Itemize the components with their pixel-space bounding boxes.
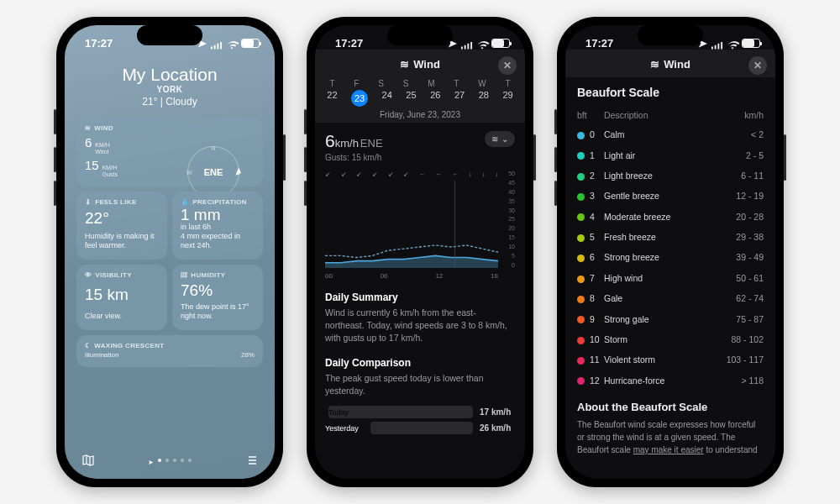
table-row: 7High wind50 - 61: [577, 268, 764, 288]
bft-desc: Storm: [604, 329, 715, 349]
conditions-line: 21° | Cloudy: [76, 96, 263, 108]
date-cell[interactable]: 24: [382, 90, 392, 107]
current-wind-header: 6km/hENE Gusts: 15 km/h ≋ ⌄: [325, 131, 515, 162]
dynamic-island: [137, 25, 202, 45]
wind-icon: ≋: [400, 58, 409, 71]
bft-desc: Gale: [604, 288, 715, 308]
comparison-label: Today: [325, 408, 364, 417]
navbar-title: Wind: [664, 58, 690, 71]
wifi-icon: [727, 39, 738, 48]
phone-wind-detail: 17:27 ➤ ≋ Wind ✕ TFSSMTWT 22232425262728…: [307, 17, 533, 487]
page-dots[interactable]: ➤: [148, 459, 192, 466]
about-title: About the Beaufort Scale: [577, 401, 764, 413]
table-row: 2Light breeze6 - 11: [577, 165, 764, 186]
location-header: My Location YORK 21° | Cloudy: [76, 65, 263, 108]
color-swatch: [577, 276, 585, 283]
status-time: 17:27: [85, 37, 113, 50]
wifi-icon: [476, 39, 488, 48]
bft-kmh: > 118: [715, 370, 764, 391]
location-dot-icon: ➤: [148, 459, 154, 466]
table-row: 0Calm< 2: [577, 124, 764, 144]
bft-desc: Strong breeze: [604, 247, 715, 267]
date-cell[interactable]: 27: [454, 90, 465, 107]
date-cell[interactable]: 29: [502, 90, 512, 107]
table-row: 9Strong gale75 - 87: [577, 308, 764, 328]
bft-desc: Gentle breeze: [604, 186, 715, 206]
daily-comparison-section: Daily Comparison The peak gust speed tod…: [325, 357, 515, 434]
color-swatch: [577, 152, 585, 160]
wind-tile[interactable]: ≋WIND 6 KM/HWind 15 KM/HGusts NESW ENE: [76, 118, 263, 186]
comparison-row: Yesterday26 km/h: [325, 422, 515, 434]
date-cell[interactable]: 25: [406, 90, 416, 107]
droplet-icon: 💧: [181, 198, 189, 206]
bft-kmh: 50 - 61: [715, 268, 764, 288]
comparison-row: Today17 km/h: [325, 406, 515, 418]
table-row: 4Moderate breeze20 - 28: [577, 207, 764, 227]
close-button[interactable]: ✕: [748, 56, 767, 75]
table-row: 6Strong breeze39 - 49: [577, 247, 764, 267]
comparison-value: 17 km/h: [480, 407, 515, 417]
location-sub: YORK: [76, 85, 263, 94]
wind-icon: ≋: [491, 134, 498, 144]
col-kmh: km/h: [715, 106, 764, 124]
date-cell[interactable]: 28: [479, 90, 489, 107]
table-row: 10Storm88 - 102: [577, 329, 764, 349]
visibility-tile[interactable]: 👁VISIBILITY 15 km Clear view.: [76, 265, 167, 330]
feels-like-tile[interactable]: 🌡FEELS LIKE 22° Humidity is making it fe…: [76, 192, 167, 260]
dow-label: S: [378, 79, 384, 88]
bft-desc: Light air: [604, 144, 715, 165]
color-swatch: [577, 132, 585, 139]
humidity-icon: ⛆: [181, 271, 187, 279]
current-wind-speed: 6: [325, 131, 335, 150]
bft-kmh: 12 - 19: [715, 186, 764, 206]
chart-toggle-button[interactable]: ≋ ⌄: [485, 131, 515, 147]
bft-kmh: 20 - 28: [715, 207, 764, 227]
battery-icon: [742, 39, 760, 48]
color-swatch: [577, 234, 585, 242]
table-row: 11Violent storm103 - 117: [577, 349, 764, 370]
table-row: 1Light air2 - 5: [577, 144, 764, 165]
bft-desc: Hurricane-force: [604, 370, 715, 391]
humidity-tile[interactable]: ⛆HUMIDITY 76% The dew point is 17° right…: [172, 265, 263, 330]
col-bft: bft: [577, 106, 604, 124]
bft-desc: Strong gale: [604, 308, 715, 328]
status-time: 17:27: [335, 37, 363, 50]
color-swatch: [577, 255, 585, 262]
dow-label: S: [403, 79, 409, 88]
moon-tile[interactable]: ☾WAXING CRESCENT Illumination28%: [76, 335, 263, 367]
wind-icon: ≋: [85, 124, 91, 132]
about-section: About the Beaufort Scale The Beaufort wi…: [577, 401, 764, 456]
wind-icon: ≋: [650, 58, 659, 71]
close-button[interactable]: ✕: [498, 56, 517, 75]
bft-desc: High wind: [604, 268, 715, 288]
wind-chart[interactable]: ↙↙↙↙↙↙←←←↓↓↓ 50454035302520151050 000612…: [325, 171, 515, 280]
color-swatch: [577, 173, 585, 181]
color-swatch: [577, 316, 585, 323]
comparison-text: The peak gust speed today is lower than …: [325, 372, 515, 397]
dynamic-island: [387, 25, 453, 45]
moon-icon: ☾: [85, 342, 91, 349]
bft-kmh: 29 - 38: [715, 227, 764, 247]
date-cell[interactable]: 26: [430, 90, 440, 107]
dow-label: W: [478, 79, 486, 88]
status-time: 17:27: [585, 37, 613, 50]
table-row: 8Gale62 - 74: [577, 288, 764, 308]
table-row: 12Hurricane-force> 118: [577, 370, 764, 391]
bft-kmh: 62 - 74: [715, 288, 764, 308]
comparison-label: Yesterday: [325, 424, 364, 433]
map-icon[interactable]: [81, 454, 95, 470]
table-row: 5Fresh breeze29 - 38: [577, 227, 764, 247]
bft-kmh: 75 - 87: [715, 308, 764, 328]
navbar-title: Wind: [413, 58, 440, 71]
date-cell[interactable]: 22: [327, 90, 337, 107]
compass-icon: NESW ENE: [187, 146, 239, 198]
color-swatch: [577, 193, 585, 201]
date-selector[interactable]: TFSSMTWT 2223242526272829 Friday, June 2…: [315, 77, 525, 123]
color-swatch: [577, 337, 585, 344]
dynamic-island: [638, 25, 703, 45]
section-title: Daily Comparison: [325, 357, 515, 369]
list-icon[interactable]: [244, 454, 258, 470]
precipitation-tile[interactable]: 💧PRECIPITATION 1 mmin last 6h 4 mm expec…: [172, 192, 263, 260]
date-cell[interactable]: 23: [351, 90, 368, 107]
bft-desc: Fresh breeze: [604, 227, 715, 247]
